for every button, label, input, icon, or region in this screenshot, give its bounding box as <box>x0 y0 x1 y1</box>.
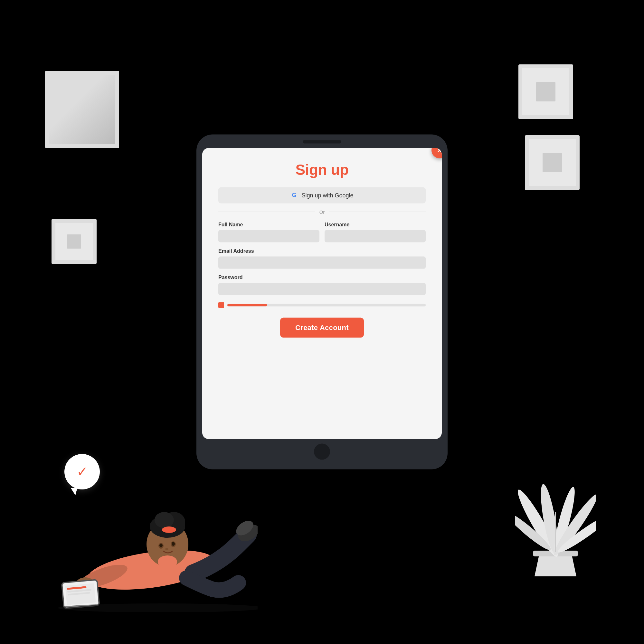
wall-frame-1 <box>45 71 119 148</box>
wall-frame-2 <box>518 64 573 119</box>
email-row: Email Address <box>218 248 426 269</box>
svg-point-21 <box>165 548 168 550</box>
divider-text: Or <box>319 209 325 215</box>
plant-decoration <box>515 441 596 586</box>
person-illustration <box>32 451 258 612</box>
google-button-label: Sign up with Google <box>301 192 353 199</box>
strength-bar <box>227 304 426 307</box>
divider-line-left <box>218 212 315 212</box>
google-signup-button[interactable]: G Sign up with Google <box>218 187 426 204</box>
frame-inner-square-4 <box>67 234 81 249</box>
password-strength-row <box>218 302 426 308</box>
username-label: Username <box>325 222 426 228</box>
create-account-button[interactable]: Create Account <box>280 318 364 338</box>
form-title: Sign up <box>295 161 348 178</box>
username-input[interactable] <box>325 230 426 242</box>
password-input[interactable] <box>218 283 426 295</box>
frame-inner-square-3 <box>543 153 562 172</box>
or-divider: Or <box>218 209 426 215</box>
password-label: Password <box>218 275 426 280</box>
frame-image-2 <box>522 68 569 115</box>
username-group: Username <box>325 222 426 242</box>
tablet-screen: × Sign up G Sign up with Google Or Full … <box>202 148 442 439</box>
full-name-input[interactable] <box>218 230 319 242</box>
email-label: Email Address <box>218 248 426 254</box>
strength-indicator <box>218 302 224 308</box>
frame-image-1 <box>49 75 115 144</box>
frame-image-3 <box>529 139 576 186</box>
frame-image-4 <box>55 223 93 260</box>
password-group: Password <box>218 275 426 295</box>
svg-point-20 <box>172 542 175 546</box>
full-name-group: Full Name <box>218 222 319 242</box>
strength-bar-fill <box>227 304 267 307</box>
name-row: Full Name Username <box>218 222 426 242</box>
email-input[interactable] <box>218 257 426 269</box>
divider-line-right <box>329 212 426 212</box>
tablet-speaker <box>303 140 341 144</box>
svg-point-22 <box>158 555 177 568</box>
full-name-label: Full Name <box>218 222 319 228</box>
svg-marker-0 <box>535 554 576 576</box>
svg-point-16 <box>162 526 176 533</box>
google-icon: G <box>290 192 298 199</box>
close-icon: × <box>438 148 442 155</box>
svg-point-19 <box>159 544 163 547</box>
wall-frame-4 <box>52 219 97 264</box>
tablet-device: × Sign up G Sign up with Google Or Full … <box>196 135 448 469</box>
password-row: Password <box>218 275 426 295</box>
scene: × Sign up G Sign up with Google Or Full … <box>32 32 612 612</box>
svg-point-15 <box>155 512 174 528</box>
email-group: Email Address <box>218 248 426 269</box>
frame-inner-square-2 <box>536 82 555 101</box>
wall-frame-3 <box>525 135 580 190</box>
close-button[interactable]: × <box>431 148 442 158</box>
tablet-home-button <box>314 444 330 460</box>
